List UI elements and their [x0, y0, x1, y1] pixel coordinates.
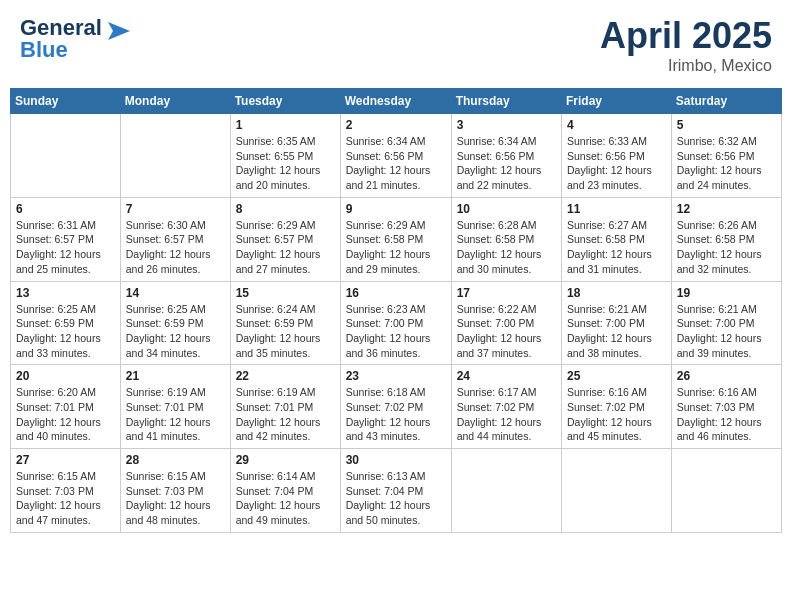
calendar-cell: 27Sunrise: 6:15 AM Sunset: 7:03 PM Dayli…: [11, 449, 121, 533]
calendar-cell: 11Sunrise: 6:27 AM Sunset: 6:58 PM Dayli…: [562, 197, 672, 281]
calendar-week-3: 13Sunrise: 6:25 AM Sunset: 6:59 PM Dayli…: [11, 281, 782, 365]
day-detail: Sunrise: 6:16 AM Sunset: 7:03 PM Dayligh…: [677, 385, 776, 444]
calendar-cell: 9Sunrise: 6:29 AM Sunset: 6:58 PM Daylig…: [340, 197, 451, 281]
day-number: 18: [567, 286, 666, 300]
day-number: 2: [346, 118, 446, 132]
day-detail: Sunrise: 6:32 AM Sunset: 6:56 PM Dayligh…: [677, 134, 776, 193]
day-detail: Sunrise: 6:33 AM Sunset: 6:56 PM Dayligh…: [567, 134, 666, 193]
day-number: 5: [677, 118, 776, 132]
day-detail: Sunrise: 6:30 AM Sunset: 6:57 PM Dayligh…: [126, 218, 225, 277]
calendar-cell: 15Sunrise: 6:24 AM Sunset: 6:59 PM Dayli…: [230, 281, 340, 365]
day-detail: Sunrise: 6:24 AM Sunset: 6:59 PM Dayligh…: [236, 302, 335, 361]
calendar-cell: [562, 449, 672, 533]
day-detail: Sunrise: 6:20 AM Sunset: 7:01 PM Dayligh…: [16, 385, 115, 444]
page-header: General Blue April 2025 Irimbo, Mexico: [10, 10, 782, 80]
day-detail: Sunrise: 6:22 AM Sunset: 7:00 PM Dayligh…: [457, 302, 556, 361]
page-title: April 2025: [600, 15, 772, 57]
day-number: 10: [457, 202, 556, 216]
calendar-cell: 13Sunrise: 6:25 AM Sunset: 6:59 PM Dayli…: [11, 281, 121, 365]
day-number: 28: [126, 453, 225, 467]
calendar-cell: 24Sunrise: 6:17 AM Sunset: 7:02 PM Dayli…: [451, 365, 561, 449]
calendar-cell: 19Sunrise: 6:21 AM Sunset: 7:00 PM Dayli…: [671, 281, 781, 365]
day-detail: Sunrise: 6:27 AM Sunset: 6:58 PM Dayligh…: [567, 218, 666, 277]
calendar-cell: 26Sunrise: 6:16 AM Sunset: 7:03 PM Dayli…: [671, 365, 781, 449]
calendar-week-5: 27Sunrise: 6:15 AM Sunset: 7:03 PM Dayli…: [11, 449, 782, 533]
calendar-cell: 2Sunrise: 6:34 AM Sunset: 6:56 PM Daylig…: [340, 114, 451, 198]
day-number: 29: [236, 453, 335, 467]
day-number: 11: [567, 202, 666, 216]
calendar-table: Sunday Monday Tuesday Wednesday Thursday…: [10, 88, 782, 533]
day-number: 25: [567, 369, 666, 383]
calendar-cell: 5Sunrise: 6:32 AM Sunset: 6:56 PM Daylig…: [671, 114, 781, 198]
day-detail: Sunrise: 6:29 AM Sunset: 6:57 PM Dayligh…: [236, 218, 335, 277]
day-detail: Sunrise: 6:25 AM Sunset: 6:59 PM Dayligh…: [126, 302, 225, 361]
calendar-week-2: 6Sunrise: 6:31 AM Sunset: 6:57 PM Daylig…: [11, 197, 782, 281]
calendar-cell: [11, 114, 121, 198]
day-number: 30: [346, 453, 446, 467]
logo-blue-text: Blue: [20, 37, 68, 63]
day-detail: Sunrise: 6:29 AM Sunset: 6:58 PM Dayligh…: [346, 218, 446, 277]
col-monday: Monday: [120, 89, 230, 114]
day-number: 12: [677, 202, 776, 216]
day-number: 4: [567, 118, 666, 132]
calendar-cell: 25Sunrise: 6:16 AM Sunset: 7:02 PM Dayli…: [562, 365, 672, 449]
day-number: 14: [126, 286, 225, 300]
calendar-cell: 18Sunrise: 6:21 AM Sunset: 7:00 PM Dayli…: [562, 281, 672, 365]
day-detail: Sunrise: 6:15 AM Sunset: 7:03 PM Dayligh…: [16, 469, 115, 528]
day-detail: Sunrise: 6:17 AM Sunset: 7:02 PM Dayligh…: [457, 385, 556, 444]
calendar-cell: 14Sunrise: 6:25 AM Sunset: 6:59 PM Dayli…: [120, 281, 230, 365]
calendar-cell: 1Sunrise: 6:35 AM Sunset: 6:55 PM Daylig…: [230, 114, 340, 198]
col-saturday: Saturday: [671, 89, 781, 114]
calendar-cell: 6Sunrise: 6:31 AM Sunset: 6:57 PM Daylig…: [11, 197, 121, 281]
day-detail: Sunrise: 6:31 AM Sunset: 6:57 PM Dayligh…: [16, 218, 115, 277]
calendar-cell: 7Sunrise: 6:30 AM Sunset: 6:57 PM Daylig…: [120, 197, 230, 281]
day-detail: Sunrise: 6:16 AM Sunset: 7:02 PM Dayligh…: [567, 385, 666, 444]
day-number: 3: [457, 118, 556, 132]
svg-marker-0: [108, 22, 130, 40]
calendar-cell: 30Sunrise: 6:13 AM Sunset: 7:04 PM Dayli…: [340, 449, 451, 533]
calendar-body: 1Sunrise: 6:35 AM Sunset: 6:55 PM Daylig…: [11, 114, 782, 533]
calendar-cell: [120, 114, 230, 198]
calendar-cell: 17Sunrise: 6:22 AM Sunset: 7:00 PM Dayli…: [451, 281, 561, 365]
title-area: April 2025 Irimbo, Mexico: [600, 15, 772, 75]
col-sunday: Sunday: [11, 89, 121, 114]
calendar-cell: 29Sunrise: 6:14 AM Sunset: 7:04 PM Dayli…: [230, 449, 340, 533]
day-number: 24: [457, 369, 556, 383]
calendar-cell: 20Sunrise: 6:20 AM Sunset: 7:01 PM Dayli…: [11, 365, 121, 449]
calendar-cell: 10Sunrise: 6:28 AM Sunset: 6:58 PM Dayli…: [451, 197, 561, 281]
day-detail: Sunrise: 6:19 AM Sunset: 7:01 PM Dayligh…: [236, 385, 335, 444]
calendar-week-4: 20Sunrise: 6:20 AM Sunset: 7:01 PM Dayli…: [11, 365, 782, 449]
day-detail: Sunrise: 6:14 AM Sunset: 7:04 PM Dayligh…: [236, 469, 335, 528]
col-tuesday: Tuesday: [230, 89, 340, 114]
calendar-header: Sunday Monday Tuesday Wednesday Thursday…: [11, 89, 782, 114]
day-number: 20: [16, 369, 115, 383]
day-number: 13: [16, 286, 115, 300]
day-number: 16: [346, 286, 446, 300]
day-number: 7: [126, 202, 225, 216]
calendar-cell: 8Sunrise: 6:29 AM Sunset: 6:57 PM Daylig…: [230, 197, 340, 281]
day-detail: Sunrise: 6:13 AM Sunset: 7:04 PM Dayligh…: [346, 469, 446, 528]
col-thursday: Thursday: [451, 89, 561, 114]
day-number: 23: [346, 369, 446, 383]
day-detail: Sunrise: 6:23 AM Sunset: 7:00 PM Dayligh…: [346, 302, 446, 361]
calendar-cell: 22Sunrise: 6:19 AM Sunset: 7:01 PM Dayli…: [230, 365, 340, 449]
calendar-cell: 28Sunrise: 6:15 AM Sunset: 7:03 PM Dayli…: [120, 449, 230, 533]
calendar-cell: 12Sunrise: 6:26 AM Sunset: 6:58 PM Dayli…: [671, 197, 781, 281]
day-number: 22: [236, 369, 335, 383]
day-detail: Sunrise: 6:35 AM Sunset: 6:55 PM Dayligh…: [236, 134, 335, 193]
col-wednesday: Wednesday: [340, 89, 451, 114]
day-number: 6: [16, 202, 115, 216]
day-detail: Sunrise: 6:26 AM Sunset: 6:58 PM Dayligh…: [677, 218, 776, 277]
page-subtitle: Irimbo, Mexico: [600, 57, 772, 75]
day-detail: Sunrise: 6:34 AM Sunset: 6:56 PM Dayligh…: [346, 134, 446, 193]
day-number: 9: [346, 202, 446, 216]
calendar-cell: [451, 449, 561, 533]
day-number: 19: [677, 286, 776, 300]
day-number: 27: [16, 453, 115, 467]
day-detail: Sunrise: 6:21 AM Sunset: 7:00 PM Dayligh…: [567, 302, 666, 361]
calendar-cell: 3Sunrise: 6:34 AM Sunset: 6:56 PM Daylig…: [451, 114, 561, 198]
day-number: 17: [457, 286, 556, 300]
header-row: Sunday Monday Tuesday Wednesday Thursday…: [11, 89, 782, 114]
logo-icon: [108, 22, 130, 40]
day-detail: Sunrise: 6:21 AM Sunset: 7:00 PM Dayligh…: [677, 302, 776, 361]
